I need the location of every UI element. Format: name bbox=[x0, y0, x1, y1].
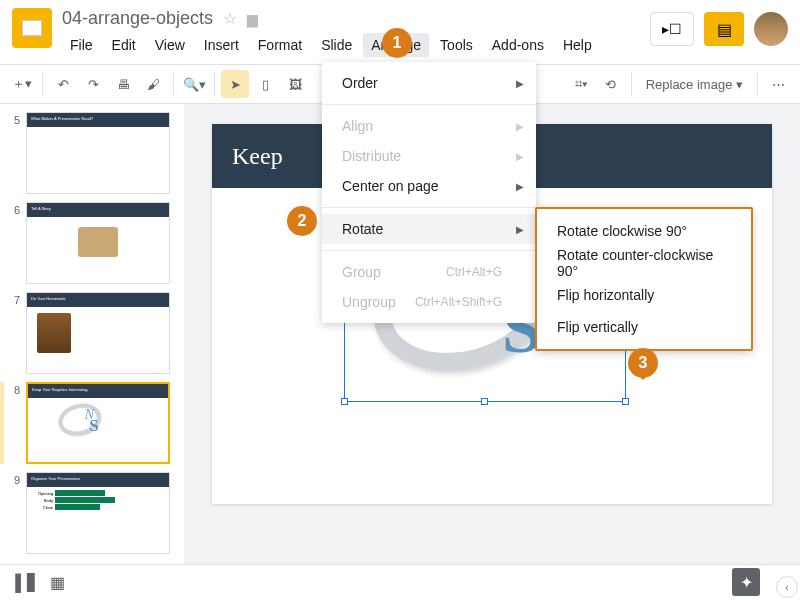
arrange-menu: Order▶Align▶Distribute▶Center on page▶Ro… bbox=[322, 62, 536, 323]
thumbnail-row[interactable]: 5What Makes A Presentation Good? bbox=[0, 108, 184, 198]
menu-insert[interactable]: Insert bbox=[196, 33, 247, 57]
thumbnail-row[interactable]: 7Do Your Homework bbox=[0, 288, 184, 378]
paint-format-button[interactable]: 🖌 bbox=[139, 70, 167, 98]
redo-button[interactable]: ↷ bbox=[79, 70, 107, 98]
submenu-item-flip-vertically[interactable]: Flip vertically bbox=[537, 311, 751, 343]
doc-title[interactable]: 04-arrange-objects bbox=[62, 8, 213, 29]
select-tool[interactable]: ➤ bbox=[221, 70, 249, 98]
grid-view-button[interactable]: ▦ bbox=[42, 571, 72, 595]
menu-add-ons[interactable]: Add-ons bbox=[484, 33, 552, 57]
menu-item-group: GroupCtrl+Alt+G bbox=[322, 257, 536, 287]
menubar: FileEditViewInsertFormatSlideArrangeTool… bbox=[62, 33, 650, 57]
explore-button[interactable]: ✦ bbox=[732, 568, 760, 596]
textbox-tool[interactable]: ▯ bbox=[251, 70, 279, 98]
menu-view[interactable]: View bbox=[147, 33, 193, 57]
rotate-submenu: Rotate clockwise 90°Rotate counter-clock… bbox=[535, 207, 753, 351]
submenu-item-rotate-counter-clockwise-90-[interactable]: Rotate counter-clockwise 90° bbox=[537, 247, 751, 279]
bottom-bar: ▌▋ ▦ bbox=[0, 564, 800, 600]
thumbnail-row[interactable]: 6Tell A Story bbox=[0, 198, 184, 288]
callout-1: 1 bbox=[382, 28, 412, 58]
user-avatar[interactable] bbox=[754, 12, 788, 46]
menu-item-ungroup: UngroupCtrl+Alt+Shift+G bbox=[322, 287, 536, 317]
submenu-item-flip-horizontally[interactable]: Flip horizontally bbox=[537, 279, 751, 311]
new-slide-button[interactable]: ＋▾ bbox=[8, 70, 36, 98]
thumb-title: Do Your Homework bbox=[27, 293, 169, 307]
thumbnail[interactable]: What Makes A Presentation Good? bbox=[26, 112, 170, 194]
menu-format[interactable]: Format bbox=[250, 33, 310, 57]
thumbnail[interactable]: Do Your Homework bbox=[26, 292, 170, 374]
thumbnail-row[interactable]: 8Keep Your Graphics InterestingNS bbox=[0, 378, 184, 468]
present-button[interactable]: ▸☐ bbox=[650, 12, 694, 46]
zoom-button[interactable]: 🔍▾ bbox=[180, 70, 208, 98]
menu-item-rotate[interactable]: Rotate▶ bbox=[322, 214, 536, 244]
menu-file[interactable]: File bbox=[62, 33, 101, 57]
callout-2: 2 bbox=[287, 206, 317, 236]
menu-item-distribute: Distribute▶ bbox=[322, 141, 536, 171]
thumbnail-panel: 5What Makes A Presentation Good?6Tell A … bbox=[0, 104, 184, 564]
thumbnail-row[interactable]: 9Organize Your PresentationOpeningBodyCl… bbox=[0, 468, 184, 558]
thumb-title: Keep Your Graphics Interesting bbox=[28, 384, 168, 398]
thumb-number: 9 bbox=[8, 474, 20, 486]
filmstrip-view-button[interactable]: ▌▋ bbox=[12, 571, 42, 595]
share-button[interactable]: ▤ bbox=[704, 12, 744, 46]
menu-item-center-on-page[interactable]: Center on page▶ bbox=[322, 171, 536, 201]
thumb-number: 8 bbox=[8, 384, 20, 396]
menu-help[interactable]: Help bbox=[555, 33, 600, 57]
image-tool[interactable]: 🖼 bbox=[281, 70, 309, 98]
undo-button[interactable]: ↶ bbox=[49, 70, 77, 98]
thumb-title: What Makes A Presentation Good? bbox=[27, 113, 169, 127]
thumb-number: 6 bbox=[8, 204, 20, 216]
scroll-left-button[interactable]: ‹ bbox=[776, 576, 798, 598]
thumb-number: 7 bbox=[8, 294, 20, 306]
thumbnail[interactable]: Tell A Story bbox=[26, 202, 170, 284]
menu-edit[interactable]: Edit bbox=[104, 33, 144, 57]
thumb-title: Organize Your Presentation bbox=[27, 473, 169, 487]
reset-image-button[interactable]: ⟲ bbox=[597, 70, 625, 98]
crop-button[interactable]: ⌗▾ bbox=[567, 70, 595, 98]
thumb-number: 5 bbox=[8, 114, 20, 126]
thumbnail[interactable]: Organize Your PresentationOpeningBodyClo… bbox=[26, 472, 170, 554]
submenu-item-rotate-clockwise-90-[interactable]: Rotate clockwise 90° bbox=[537, 215, 751, 247]
print-button[interactable]: 🖶 bbox=[109, 70, 137, 98]
menu-slide[interactable]: Slide bbox=[313, 33, 360, 57]
folder-icon[interactable]: ▆ bbox=[247, 11, 258, 27]
more-button[interactable]: ⋯ bbox=[764, 70, 792, 98]
thumbnail[interactable]: Keep Your Graphics InterestingNS bbox=[26, 382, 170, 464]
thumb-title: Tell A Story bbox=[27, 203, 169, 217]
menu-tools[interactable]: Tools bbox=[432, 33, 481, 57]
callout-3: 3 bbox=[628, 348, 658, 378]
menu-item-order[interactable]: Order▶ bbox=[322, 68, 536, 98]
menu-item-align: Align▶ bbox=[322, 111, 536, 141]
slides-logo[interactable] bbox=[12, 8, 52, 48]
replace-image-button[interactable]: Replace image ▾ bbox=[638, 77, 751, 92]
star-icon[interactable]: ☆ bbox=[223, 9, 237, 28]
